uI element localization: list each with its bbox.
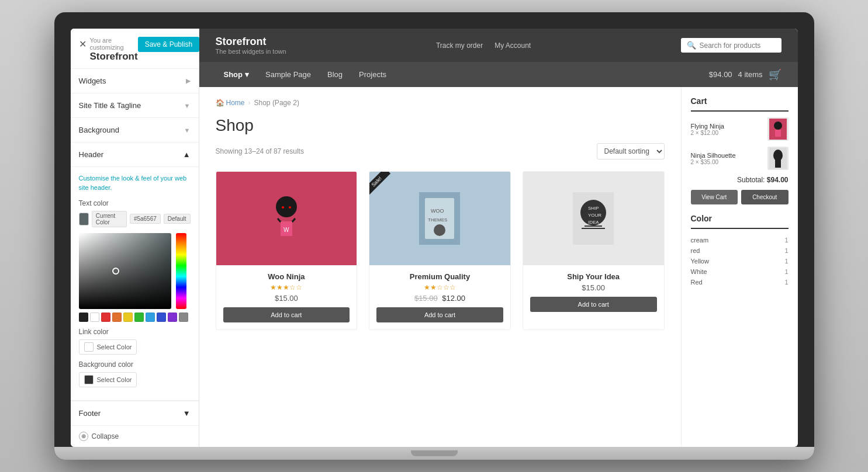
swatch-yellow[interactable] bbox=[123, 313, 133, 322]
cart-item-info-1: Flying Ninja 2 × $12.00 bbox=[691, 123, 767, 136]
nav-blog[interactable]: Blog bbox=[319, 62, 351, 87]
breadcrumb-home-link[interactable]: 🏠 Home bbox=[216, 99, 245, 107]
cart-item-qty-2: 2 × $35.00 bbox=[691, 159, 767, 165]
my-account-link[interactable]: My Account bbox=[494, 41, 531, 50]
svg-text:IDEA: IDEA bbox=[588, 220, 599, 225]
product-image-premium: Sale! WOO THEMES bbox=[369, 172, 510, 265]
sale-badge: Sale! bbox=[369, 172, 390, 196]
swatch-black[interactable] bbox=[79, 313, 88, 322]
product-image-woo-ninja: W bbox=[216, 172, 357, 265]
swatch-red[interactable] bbox=[101, 313, 110, 322]
svg-point-11 bbox=[434, 224, 445, 236]
color-divider bbox=[691, 228, 789, 229]
sort-select[interactable]: Default sorting bbox=[597, 143, 665, 159]
cart-item-2: Ninja Silhouette 2 × $35.00 bbox=[691, 147, 789, 170]
svg-text:SHIP: SHIP bbox=[588, 206, 599, 211]
color-picker[interactable] bbox=[79, 233, 191, 322]
shop-sidebar: Cart Flying Ninja 2 × $12.00 bbox=[681, 87, 798, 447]
shop-dropdown-icon: ▾ bbox=[245, 70, 249, 79]
cart-item-img-1 bbox=[767, 117, 789, 141]
svg-rect-21 bbox=[775, 130, 781, 137]
product-card-ship: SHIP YOUR IDEA Ship Your Idea bbox=[523, 171, 665, 330]
save-publish-button[interactable]: Save & Publish bbox=[138, 37, 199, 52]
color-cream[interactable]: cream1 bbox=[691, 235, 789, 245]
link-color-select-btn[interactable]: Select Color bbox=[79, 339, 137, 355]
bg-color-swatch bbox=[84, 375, 94, 384]
cart-actions: View Cart Checkout bbox=[691, 190, 789, 204]
color-picker-circle bbox=[112, 268, 119, 275]
nav-projects[interactable]: Projects bbox=[351, 62, 395, 87]
shop-body: 🏠 Home › Shop (Page 2) Shop Showing 13–2… bbox=[199, 87, 798, 447]
color-red-lower[interactable]: red1 bbox=[691, 245, 789, 256]
product-name-1: Woo Ninja bbox=[223, 272, 350, 281]
cart-item-1: Flying Ninja 2 × $12.00 bbox=[691, 117, 789, 141]
cart-area: $94.00 4 items 🛒 bbox=[709, 68, 781, 81]
close-button[interactable]: ✕ bbox=[79, 37, 87, 51]
laptop-frame: ✕ You are customizing Storefront Save & … bbox=[54, 12, 814, 460]
svg-text:YOUR: YOUR bbox=[588, 213, 601, 218]
nav-sample-page[interactable]: Sample Page bbox=[257, 62, 319, 87]
shop-main: 🏠 Home › Shop (Page 2) Shop Showing 13–2… bbox=[199, 87, 681, 447]
header-section-toggle[interactable]: Header ▲ bbox=[71, 143, 199, 167]
widgets-nav-item[interactable]: Widgets ▶ bbox=[71, 69, 199, 93]
checkout-button[interactable]: Checkout bbox=[741, 190, 789, 204]
header-arrow-icon: ▲ bbox=[183, 150, 191, 159]
color-white[interactable]: White1 bbox=[691, 266, 789, 277]
product-card-premium: Sale! WOO THEMES bbox=[369, 171, 511, 330]
color-yellow[interactable]: Yellow1 bbox=[691, 256, 789, 266]
add-to-cart-2[interactable]: Add to cart bbox=[376, 307, 503, 322]
product-img-placeholder-3: SHIP YOUR IDEA bbox=[523, 172, 664, 265]
hue-bar[interactable] bbox=[176, 233, 186, 309]
swatch-blue[interactable] bbox=[157, 313, 166, 322]
default-tag[interactable]: Default bbox=[164, 214, 191, 224]
text-color-swatch[interactable] bbox=[79, 213, 89, 225]
track-order-link[interactable]: Track my order bbox=[436, 41, 483, 50]
showing-results: Showing 13–24 of 87 results bbox=[216, 147, 304, 155]
ninja-illustration: W bbox=[263, 189, 310, 248]
product-name-2: Premium Quality bbox=[376, 272, 503, 281]
laptop-base bbox=[54, 447, 814, 460]
add-to-cart-3[interactable]: Add to cart bbox=[530, 297, 657, 312]
bg-color-select-btn[interactable]: Select Color bbox=[79, 372, 137, 387]
footer-arrow-icon: ▼ bbox=[183, 409, 191, 418]
view-cart-button[interactable]: View Cart bbox=[691, 190, 738, 204]
widgets-arrow-icon: ▶ bbox=[186, 77, 191, 85]
cart-widget-title: Cart bbox=[691, 96, 789, 106]
cart-item-info-2: Ninja Silhouette 2 × $35.00 bbox=[691, 152, 767, 165]
header-section-body: Customise the look & feel of your web si… bbox=[71, 167, 199, 400]
customizer-panel: ✕ You are customizing Storefront Save & … bbox=[71, 29, 199, 447]
search-input[interactable] bbox=[700, 41, 776, 50]
header-desc: Customise the look & feel of your web si… bbox=[79, 174, 191, 192]
footer-nav-item[interactable]: Footer ▼ bbox=[71, 401, 199, 425]
site-title-nav-item[interactable]: Site Title & Tagline ▼ bbox=[71, 93, 199, 118]
swatch-purple[interactable] bbox=[168, 313, 177, 322]
cart-item-img-2 bbox=[767, 147, 789, 170]
nav-shop[interactable]: Shop ▾ bbox=[216, 62, 258, 87]
collapse-icon: ⊕ bbox=[79, 432, 88, 441]
add-to-cart-1[interactable]: Add to cart bbox=[223, 307, 350, 322]
home-icon: 🏠 bbox=[216, 99, 224, 107]
hex-value-tag: #5a6567 bbox=[130, 214, 161, 224]
text-color-row: Current Color #5a6567 Default bbox=[79, 211, 191, 227]
site-header: Storefront The best widgets in town Trac… bbox=[199, 29, 798, 62]
breadcrumb: 🏠 Home › Shop (Page 2) bbox=[216, 99, 665, 107]
cart-divider bbox=[691, 110, 789, 112]
color-red-upper[interactable]: Red1 bbox=[691, 277, 789, 287]
svg-rect-24 bbox=[775, 159, 781, 168]
svg-text:THEMES: THEMES bbox=[428, 217, 447, 223]
cart-icon[interactable]: 🛒 bbox=[769, 68, 781, 81]
swatch-green[interactable] bbox=[134, 313, 144, 322]
search-box[interactable]: 🔍 bbox=[681, 38, 781, 53]
swatch-lightblue[interactable] bbox=[146, 313, 155, 322]
swatch-white[interactable] bbox=[90, 313, 99, 322]
swatch-orange[interactable] bbox=[112, 313, 122, 322]
swatch-gray[interactable] bbox=[179, 313, 188, 322]
background-nav-item[interactable]: Background ▼ bbox=[71, 118, 199, 143]
collapse-button[interactable]: ⊕ Collapse bbox=[71, 425, 199, 447]
shop-meta-row: Showing 13–24 of 87 results Default sort… bbox=[216, 143, 665, 159]
bg-color-label: Background color bbox=[79, 360, 191, 369]
ship-illustration: SHIP YOUR IDEA bbox=[573, 192, 614, 245]
color-swatches-row bbox=[79, 313, 191, 322]
color-gradient-area[interactable] bbox=[79, 233, 171, 309]
product-name-3: Ship Your Idea bbox=[530, 272, 657, 281]
